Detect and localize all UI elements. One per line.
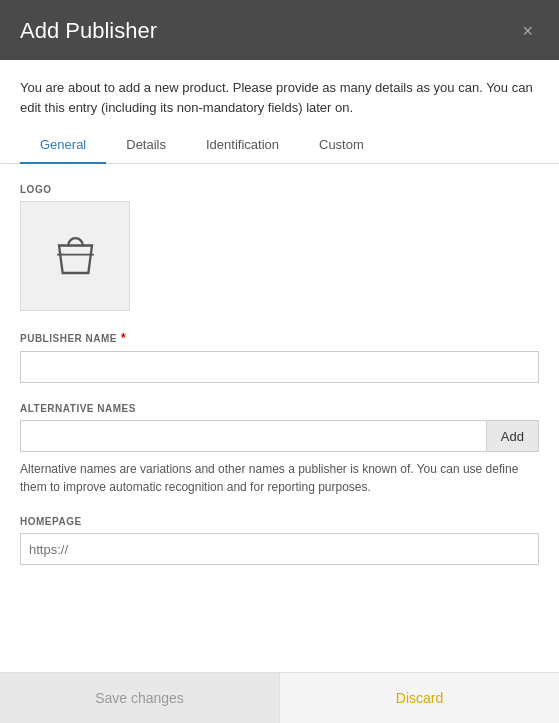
logo-field-group: LOGO: [20, 184, 539, 311]
alternative-names-field-group: ALTERNATIVE NAMES Add Alternative names …: [20, 403, 539, 496]
publisher-name-input[interactable]: [20, 351, 539, 383]
logo-upload-box[interactable]: [20, 201, 130, 311]
close-button[interactable]: ×: [516, 20, 539, 42]
description-text: You are about to add a new product. Plea…: [0, 60, 559, 127]
save-changes-button[interactable]: Save changes: [0, 673, 279, 723]
tab-identification[interactable]: Identification: [186, 127, 299, 164]
homepage-input[interactable]: [20, 533, 539, 565]
tab-details[interactable]: Details: [106, 127, 186, 164]
publisher-name-label: PUBLISHER NAME *: [20, 331, 539, 345]
form-area: LOGO PUBLISHER NAME *: [0, 164, 559, 672]
homepage-field-group: HOMEPAGE: [20, 516, 539, 565]
tab-general[interactable]: General: [20, 127, 106, 164]
dialog-body: You are about to add a new product. Plea…: [0, 60, 559, 672]
add-alternative-name-button[interactable]: Add: [487, 420, 539, 452]
alternative-names-input[interactable]: [20, 420, 487, 452]
discard-button[interactable]: Discard: [279, 673, 559, 723]
tabs-container: General Details Identification Custom: [0, 127, 559, 164]
dialog-header: Add Publisher ×: [0, 0, 559, 60]
logo-label: LOGO: [20, 184, 539, 195]
alternative-names-input-row: Add: [20, 420, 539, 452]
required-indicator: *: [121, 331, 126, 345]
tab-custom[interactable]: Custom: [299, 127, 384, 164]
alternative-names-helper: Alternative names are variations and oth…: [20, 460, 539, 496]
logo-placeholder-icon: [48, 229, 103, 284]
add-publisher-dialog: Add Publisher × You are about to add a n…: [0, 0, 559, 723]
homepage-label: HOMEPAGE: [20, 516, 539, 527]
dialog-title: Add Publisher: [20, 18, 157, 44]
alternative-names-label: ALTERNATIVE NAMES: [20, 403, 539, 414]
publisher-name-field-group: PUBLISHER NAME *: [20, 331, 539, 383]
dialog-footer: Save changes Discard: [0, 672, 559, 723]
